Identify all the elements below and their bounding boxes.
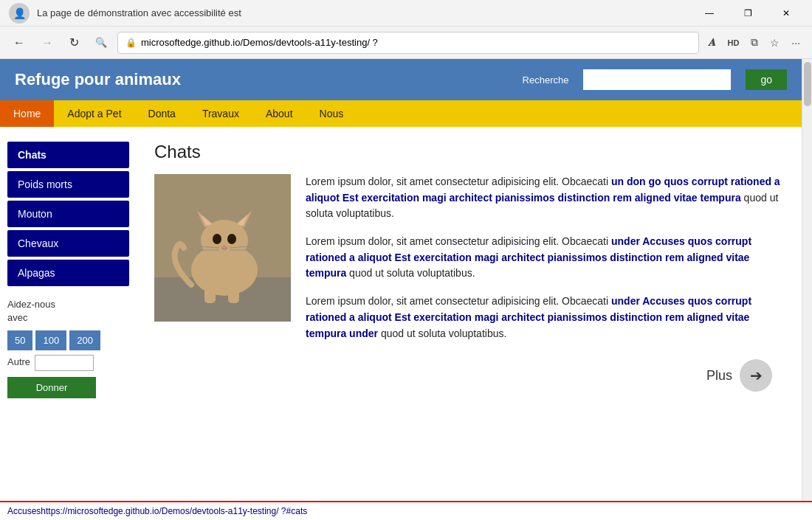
split-view-button[interactable]: ⧉ [746, 33, 763, 52]
plus-label: Plus [706, 368, 732, 384]
svg-rect-16 [228, 288, 239, 303]
refresh-button[interactable]: ↻ [63, 32, 85, 52]
svg-point-9 [227, 234, 236, 244]
status-bar: Accuses https://microsoftedge.github.io/… [0, 501, 812, 520]
scrollbar-thumb[interactable] [804, 62, 811, 106]
donate-50-button[interactable]: 50 [7, 330, 32, 350]
highlight-1: un don go quos corrupt rationed a aliquo… [306, 176, 780, 204]
donate-button[interactable]: Donner [7, 377, 96, 398]
address-bar: 🔒 [117, 32, 699, 54]
sidebar-item-alpagas[interactable]: Alpagas [7, 260, 129, 286]
nav-item-donta[interactable]: Donta [135, 100, 189, 127]
highlight-2: under Accuses quos corrupt rationed a al… [306, 235, 751, 279]
browser-toolbar: ← → ↻ 🔍 🔒 𝐀 HD ⧉ ☆ ··· [0, 27, 812, 59]
scrollbar[interactable] [802, 59, 812, 501]
browser-titlebar: 👤 La page de démonstration avec accessib… [0, 0, 812, 27]
user-icon: 👤 [9, 3, 30, 24]
sidebar-item-mouton[interactable]: Mouton [7, 201, 129, 227]
page-wrapper: Refuge pour animaux Recherche go Home Ad… [0, 59, 812, 501]
sidebar-donate: Aidez-nousavec 50 100 200 Autre Donner [7, 298, 129, 398]
url-input[interactable] [141, 37, 691, 48]
site-title: Refuge pour animaux [15, 70, 508, 89]
donate-200-button[interactable]: 200 [69, 330, 100, 350]
minimize-button[interactable]: — [692, 0, 726, 27]
close-button[interactable]: ✕ [769, 0, 803, 27]
status-text: Accuses [7, 506, 41, 516]
sidebar-item-chevaux[interactable]: Chevaux [7, 230, 129, 257]
svg-point-8 [213, 234, 221, 244]
tab-title: La page de démonstration avec accessibil… [37, 7, 241, 18]
highlight-3: under Accuses quos corrupt rationed a al… [306, 295, 751, 339]
nav-item-home[interactable]: Home [0, 100, 54, 127]
cat-image [154, 174, 291, 322]
article-title: Chats [154, 142, 784, 162]
donate-100-button[interactable]: 100 [35, 330, 66, 350]
lock-icon: 🔒 [125, 38, 137, 48]
nav-item-adopt[interactable]: Adopt a Pet [54, 100, 134, 127]
search-go-button[interactable]: go [746, 69, 787, 90]
site-main: Chats Poids morts Mouton Chevaux Alpagas… [0, 127, 802, 501]
site-nav: Home Adopt a Pet Donta Travaux About Nou… [0, 100, 802, 127]
plus-button[interactable]: ➔ [740, 359, 772, 392]
window-controls: — ❐ ✕ [692, 0, 803, 27]
back-button[interactable]: ← [7, 33, 31, 52]
donate-amounts: 50 100 200 [7, 330, 129, 350]
restore-button[interactable]: ❐ [731, 0, 765, 27]
donate-other-label: Autre [7, 356, 30, 367]
sidebar-item-poids-morts[interactable]: Poids morts [7, 171, 129, 198]
hd-button[interactable]: HD [723, 33, 743, 52]
text-content: Lorem ipsum dolor, sit amet consectetur … [306, 174, 784, 398]
paragraph-3: Lorem ipsum dolor, sit amet consectetur … [306, 294, 784, 342]
page-content: Refuge pour animaux Recherche go Home Ad… [0, 59, 802, 501]
read-aloud-button[interactable]: 𝐀 [703, 33, 720, 52]
site-search-input[interactable] [583, 69, 731, 90]
nav-item-nous[interactable]: Nous [306, 100, 357, 127]
nav-item-about[interactable]: About [252, 100, 306, 127]
toolbar-actions: 𝐀 HD ⧉ ☆ ··· [703, 33, 805, 52]
favorites-button[interactable]: ☆ [765, 33, 784, 52]
more-button[interactable]: ··· [787, 33, 805, 52]
main-article: Chats [137, 127, 802, 501]
search-label: Recherche [523, 74, 569, 86]
status-link[interactable]: https://microsoftedge.github.io/Demos/de… [41, 506, 307, 516]
paragraph-1: Lorem ipsum dolor, sit amet consectetur … [306, 174, 784, 222]
sidebar: Chats Poids morts Mouton Chevaux Alpagas… [0, 127, 137, 501]
plus-section: Plus ➔ [306, 353, 784, 398]
forward-button[interactable]: → [35, 33, 59, 52]
svg-rect-15 [204, 288, 216, 303]
article-body: Lorem ipsum dolor, sit amet consectetur … [154, 174, 784, 398]
nav-item-travaux[interactable]: Travaux [189, 100, 252, 127]
donate-other-input[interactable] [35, 355, 94, 371]
donate-label: Aidez-nousavec [7, 298, 129, 325]
sidebar-item-chats[interactable]: Chats [7, 142, 129, 168]
paragraph-2: Lorem ipsum dolor, sit amet consectetur … [306, 234, 784, 282]
search-button[interactable]: 🔍 [89, 34, 113, 51]
site-header: Refuge pour animaux Recherche go [0, 59, 802, 100]
